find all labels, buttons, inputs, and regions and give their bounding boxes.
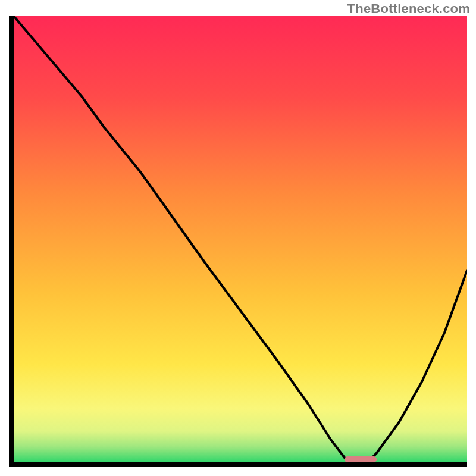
chart-container: TheBottleneck.com bbox=[0, 0, 476, 476]
plot-area bbox=[9, 16, 467, 467]
bottleneck-curve bbox=[14, 16, 467, 462]
bottleneck-marker bbox=[345, 456, 376, 462]
watermark-text: TheBottleneck.com bbox=[347, 1, 470, 17]
